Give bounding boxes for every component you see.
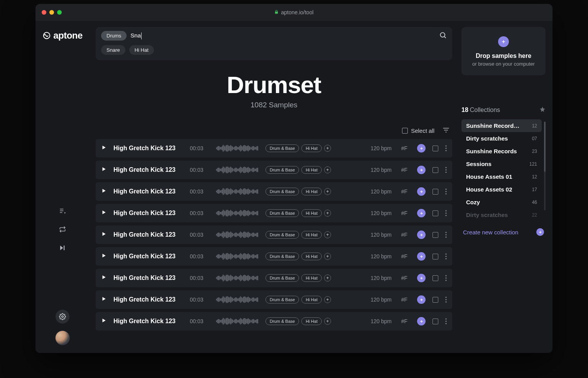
tag-pill[interactable]: Drum & Base <box>265 231 299 239</box>
row-more-button[interactable] <box>445 297 447 303</box>
collections-scrollbar[interactable] <box>544 122 546 210</box>
brand-logo[interactable]: aptone <box>42 30 83 41</box>
tag-pill[interactable]: Hi Hat <box>301 317 322 325</box>
sample-row: High Gretch Kick 123 00:03 Drum & BaseHi… <box>96 247 452 266</box>
add-sample-button[interactable] <box>417 187 426 196</box>
add-sample-button[interactable] <box>417 274 426 282</box>
add-sample-button[interactable] <box>417 317 426 325</box>
row-more-button[interactable] <box>445 210 447 216</box>
drop-zone[interactable]: Drop samples here or browse on your comp… <box>461 27 546 75</box>
tag-pill[interactable]: Drum & Base <box>265 166 299 174</box>
collection-item[interactable]: House Assets 01 12 <box>461 170 542 183</box>
add-sample-button[interactable] <box>417 209 426 217</box>
row-checkbox[interactable] <box>433 254 438 259</box>
add-tag-button[interactable]: + <box>324 253 331 260</box>
svg-rect-416 <box>252 319 252 323</box>
svg-rect-305 <box>235 276 236 280</box>
tag-pill[interactable]: Hi Hat <box>301 296 322 303</box>
add-tag-button[interactable]: + <box>324 318 331 325</box>
add-tag-button[interactable]: + <box>324 275 331 281</box>
play-button[interactable] <box>101 166 106 174</box>
loop-icon[interactable] <box>59 225 66 233</box>
collection-item[interactable]: Sunshine Records 1… 12 <box>461 119 542 132</box>
row-checkbox[interactable] <box>433 210 438 216</box>
svg-rect-83 <box>248 167 248 173</box>
row-checkbox[interactable] <box>433 297 438 303</box>
row-checkbox[interactable] <box>433 275 438 281</box>
tag-pill[interactable]: Drum & Base <box>265 274 299 282</box>
play-button[interactable] <box>101 209 106 217</box>
svg-rect-61 <box>227 166 227 173</box>
settings-button[interactable] <box>56 310 69 324</box>
tag-pill[interactable]: Drum & Base <box>265 253 299 260</box>
play-button[interactable] <box>101 144 106 152</box>
avatar[interactable] <box>55 331 70 345</box>
add-tag-button[interactable]: + <box>324 296 331 303</box>
tag-pill[interactable]: Drum & Base <box>265 144 299 152</box>
add-tag-button[interactable]: + <box>324 145 331 152</box>
row-more-button[interactable] <box>445 145 447 151</box>
tag-pill[interactable]: Hi Hat <box>301 188 322 195</box>
active-filter-chip[interactable]: Drums <box>101 31 127 41</box>
search-button[interactable] <box>439 31 447 41</box>
sample-bpm: 120 bpm <box>365 253 392 259</box>
tag-pill[interactable]: Hi Hat <box>301 209 322 217</box>
play-button[interactable] <box>101 296 106 303</box>
tag-pill[interactable]: Drum & Base <box>265 317 299 325</box>
svg-rect-125 <box>243 189 243 194</box>
select-all-button[interactable]: Select all <box>402 127 434 134</box>
tag-pill[interactable]: Hi Hat <box>301 166 322 174</box>
svg-rect-65 <box>231 166 231 173</box>
collection-item[interactable]: Cozy 46 <box>461 196 542 208</box>
search-suggestion-chip[interactable]: Hi Hat <box>129 45 154 55</box>
tag-pill[interactable]: Drum & Base <box>265 188 299 195</box>
play-button[interactable] <box>101 317 106 325</box>
collection-item[interactable]: Sunshine Records 23 <box>461 145 542 158</box>
play-button[interactable] <box>101 231 106 239</box>
collection-item[interactable]: Sessions 121 <box>461 158 542 170</box>
collection-item[interactable]: House Assets 02 17 <box>461 183 542 196</box>
play-button[interactable] <box>101 188 106 195</box>
row-more-button[interactable] <box>445 188 447 195</box>
create-collection-plus-button[interactable] <box>536 228 544 236</box>
row-more-button[interactable] <box>445 253 447 259</box>
add-tag-button[interactable]: + <box>324 210 331 217</box>
row-checkbox[interactable] <box>433 319 438 324</box>
svg-rect-60 <box>226 167 226 173</box>
play-button[interactable] <box>101 274 106 282</box>
star-icon[interactable] <box>539 106 546 114</box>
row-checkbox[interactable] <box>433 146 438 151</box>
collection-item[interactable]: Dirty scratches 22 <box>461 208 542 221</box>
add-sample-button[interactable] <box>417 166 426 174</box>
add-sample-button[interactable] <box>417 231 426 239</box>
svg-rect-383 <box>220 320 220 323</box>
tag-pill[interactable]: Hi Hat <box>301 274 322 282</box>
sort-button[interactable] <box>442 126 450 135</box>
add-tag-button[interactable]: + <box>324 166 331 173</box>
tag-pill[interactable]: Hi Hat <box>301 231 322 239</box>
tag-pill[interactable]: Drum & Base <box>265 296 299 303</box>
collection-item[interactable]: Dirty scratches 07 <box>461 132 542 145</box>
add-sample-button[interactable] <box>417 144 426 153</box>
play-button[interactable] <box>101 253 106 260</box>
add-sample-button[interactable] <box>417 295 426 304</box>
search-input[interactable]: Sna <box>130 32 142 39</box>
row-checkbox[interactable] <box>433 232 438 238</box>
add-tag-button[interactable]: + <box>324 188 331 195</box>
skip-icon[interactable] <box>59 244 66 252</box>
tag-pill[interactable]: Hi Hat <box>301 253 322 260</box>
row-checkbox[interactable] <box>433 189 438 195</box>
tag-pill[interactable]: Hi Hat <box>301 144 322 152</box>
select-all-checkbox-icon <box>402 128 408 134</box>
queue-icon[interactable] <box>59 207 66 215</box>
search-suggestion-chip[interactable]: Snare <box>101 45 125 55</box>
create-collection-link[interactable]: Create new collection <box>463 229 518 236</box>
add-sample-button[interactable] <box>417 252 426 261</box>
add-tag-button[interactable]: + <box>324 231 331 238</box>
tag-pill[interactable]: Drum & Base <box>265 209 299 217</box>
row-more-button[interactable] <box>445 318 447 324</box>
row-more-button[interactable] <box>445 275 447 281</box>
row-checkbox[interactable] <box>433 167 438 173</box>
row-more-button[interactable] <box>445 167 447 173</box>
row-more-button[interactable] <box>445 232 447 238</box>
